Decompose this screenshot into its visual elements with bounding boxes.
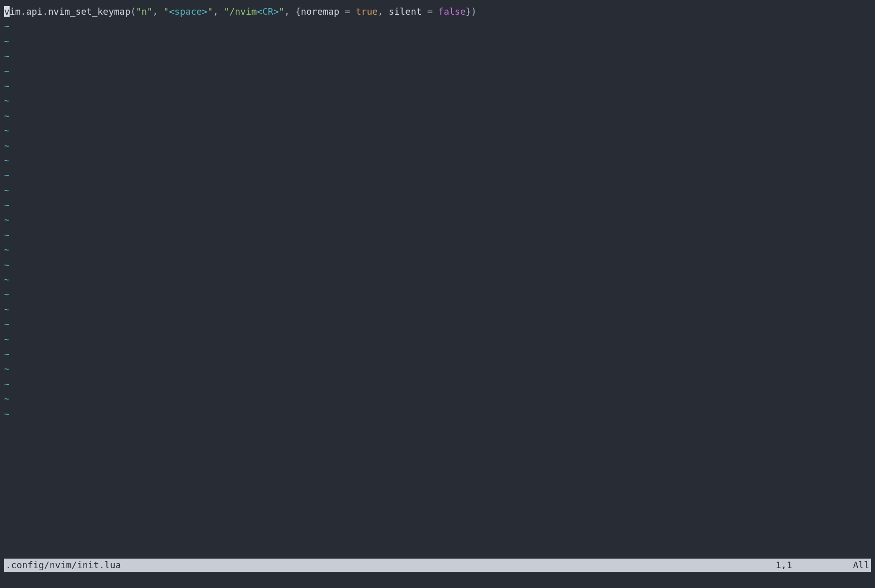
- empty-line-tilde: ~: [4, 79, 871, 93]
- code-token: =: [339, 6, 356, 17]
- code-token: <space>: [169, 6, 207, 17]
- code-token: <CR>: [257, 6, 279, 17]
- empty-line-tilde: ~: [4, 153, 871, 168]
- code-token: false: [438, 6, 465, 17]
- editor-viewport[interactable]: vim.api.nvim_set_keymap("n", "<space>", …: [4, 4, 871, 566]
- empty-line-tilde: ~: [4, 108, 871, 123]
- empty-line-tilde: ~: [4, 138, 871, 153]
- code-token: ": [136, 6, 141, 17]
- empty-line-tilde: ~: [4, 302, 871, 317]
- code-token: ,: [378, 6, 389, 17]
- empty-line-tilde: ~: [4, 34, 871, 49]
- code-token: ,: [284, 6, 296, 17]
- empty-line-tilde: ~: [4, 332, 871, 347]
- empty-line-tilde: ~: [4, 19, 871, 33]
- empty-line-tilde: ~: [4, 391, 871, 406]
- code-token: nvim_set_keymap: [48, 6, 131, 17]
- code-token: ": [279, 6, 284, 17]
- code-token: ": [147, 6, 153, 17]
- code-token: .: [21, 6, 26, 17]
- empty-line-tilde: ~: [4, 228, 871, 242]
- code-token: noremap: [301, 6, 339, 17]
- code-token: ": [207, 6, 213, 17]
- code-token: =: [422, 6, 439, 17]
- empty-line-tilde: ~: [4, 168, 871, 182]
- empty-line-tilde: ~: [4, 49, 871, 63]
- empty-line-tilde: ~: [4, 212, 871, 227]
- empty-line-tilde: ~: [4, 242, 871, 257]
- empty-line-tilde: ~: [4, 64, 871, 79]
- statusline: .config/nvim/init.lua 1,1 All: [4, 559, 871, 572]
- empty-line-tilde: ~: [4, 198, 871, 212]
- empty-line-tilde: ~: [4, 407, 871, 421]
- code-token: /nvim: [229, 6, 257, 17]
- empty-line-tilde: ~: [4, 347, 871, 361]
- code-token: silent: [389, 6, 422, 17]
- code-token: }: [466, 6, 471, 17]
- code-token: ,: [153, 6, 164, 17]
- code-token: ": [224, 6, 230, 17]
- empty-line-tilde: ~: [4, 258, 871, 272]
- command-line[interactable]: [4, 574, 871, 588]
- code-token: ": [163, 6, 169, 17]
- empty-line-tilde: ~: [4, 272, 871, 287]
- code-token: n: [141, 6, 147, 17]
- code-token: v: [4, 6, 10, 17]
- empty-line-tilde: ~: [4, 93, 871, 108]
- status-position: 1,1: [776, 558, 792, 572]
- code-token: ,: [213, 6, 224, 17]
- empty-line-tilde: ~: [4, 317, 871, 332]
- status-filename: .config/nvim/init.lua: [6, 558, 121, 572]
- code-token: .: [43, 6, 48, 17]
- code-token: true: [356, 6, 378, 17]
- empty-line-tilde: ~: [4, 377, 871, 391]
- status-percent: All: [853, 558, 869, 572]
- code-token: im: [10, 6, 21, 17]
- code-token: (: [130, 6, 136, 17]
- code-token: {: [296, 6, 301, 17]
- empty-line-tilde: ~: [4, 361, 871, 376]
- code-token: ): [471, 6, 477, 17]
- code-line-1[interactable]: vim.api.nvim_set_keymap("n", "<space>", …: [4, 4, 871, 19]
- code-token: api: [26, 6, 43, 17]
- empty-line-tilde: ~: [4, 287, 871, 302]
- empty-line-tilde: ~: [4, 123, 871, 138]
- empty-line-tilde: ~: [4, 183, 871, 198]
